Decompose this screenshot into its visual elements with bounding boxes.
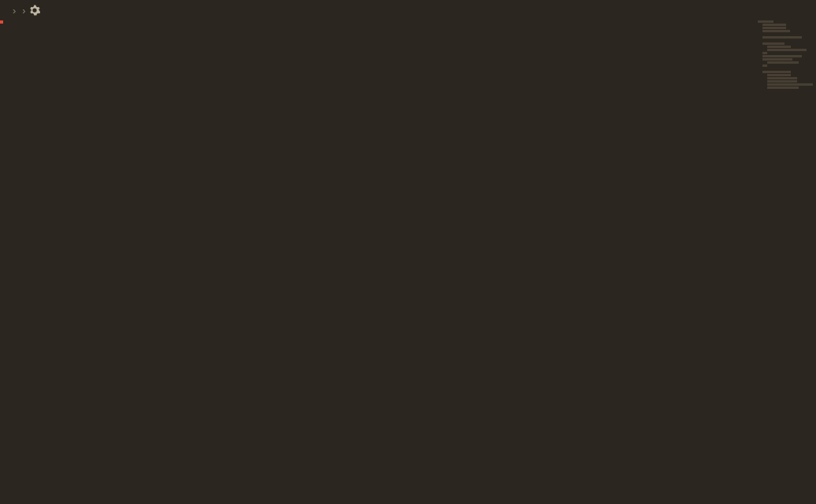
chevron-right-icon: › <box>13 5 16 17</box>
breadcrumb[interactable]: › › <box>0 0 816 20</box>
editor-area[interactable] <box>0 20 816 504</box>
line-number-gutter[interactable] <box>0 20 46 504</box>
minimap[interactable] <box>753 20 816 91</box>
chevron-right-icon: › <box>22 5 25 17</box>
code-content[interactable] <box>46 20 816 504</box>
gear-icon <box>29 5 40 16</box>
